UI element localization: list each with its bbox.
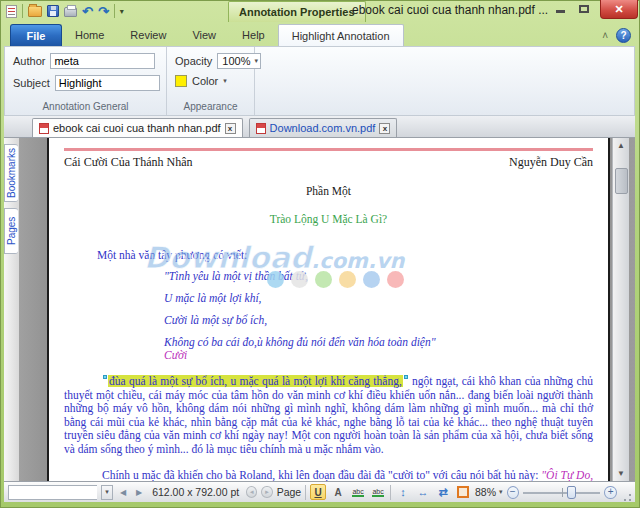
sidebar-tab-bookmarks[interactable]: Bookmarks xyxy=(4,144,18,202)
pdf-file-icon xyxy=(256,123,266,134)
previous-view-icon[interactable]: ◄ xyxy=(246,486,257,498)
page-number-combobox[interactable] xyxy=(8,485,97,500)
zoom-out-icon[interactable]: − xyxy=(507,486,519,499)
save-icon[interactable] xyxy=(47,5,59,17)
highlight-handle-end[interactable] xyxy=(404,375,408,379)
scrollbar-thumb[interactable] xyxy=(615,168,628,194)
group-annotation-general: Author Subject Annotation General xyxy=(5,47,167,115)
author-field[interactable] xyxy=(50,53,155,69)
ribbon-content: Author Subject Annotation General Opacit… xyxy=(4,46,635,116)
customize-toolbar-dropdown-icon[interactable]: ▾ xyxy=(120,7,124,16)
fit-visible-icon[interactable]: abc xyxy=(352,488,363,497)
document-viewport: Bookmarks Pages Cái Cười Của Thánh Nhân … xyxy=(4,138,635,481)
subject-field[interactable] xyxy=(55,75,160,91)
chevron-down-icon: ▾ xyxy=(254,57,258,65)
slider-thumb[interactable] xyxy=(567,486,576,499)
group-appearance: Opacity 100% ▾ Color ▾ Appearance xyxy=(167,47,255,115)
select-text-tool-icon[interactable]: A xyxy=(330,484,346,500)
page-label: Page xyxy=(277,486,302,498)
separator xyxy=(390,485,391,500)
window-title: ebook cai cuoi cua thanh nhan.pdf ... xyxy=(352,3,548,17)
quote-line: U mặc là một lợi khí, xyxy=(164,292,593,305)
app-window: ↶ ↷ ▾ Annotation Properties ebook cai cu… xyxy=(0,0,640,508)
opacity-label: Opacity xyxy=(175,55,212,67)
print-icon[interactable] xyxy=(64,7,77,17)
close-tab-icon[interactable]: x xyxy=(379,123,390,134)
tab-highlight-annotation[interactable]: Highlight Annotation xyxy=(278,24,404,46)
highlight-handle-start[interactable] xyxy=(103,375,107,379)
maximize-button[interactable] xyxy=(572,0,596,17)
tab-help[interactable]: Help xyxy=(229,24,278,46)
document-tab-download[interactable]: Download.com.vn.pdf x xyxy=(249,118,398,137)
highlight-tool-button[interactable]: U xyxy=(310,484,326,500)
paragraph-1: đùa quá là một sự bổ ích, u mặc quá là m… xyxy=(64,375,593,456)
group-label-appearance: Appearance xyxy=(167,101,254,115)
pdf-page: Cái Cười Của Thánh Nhân Nguyễn Duy Cần P… xyxy=(47,138,610,481)
ribbon-tab-row: File Home Review View Help Highlight Ann… xyxy=(4,22,635,46)
zoom-in-icon[interactable]: + xyxy=(604,486,616,499)
title-bar: ↶ ↷ ▾ Annotation Properties ebook cai cu… xyxy=(0,0,640,22)
separator xyxy=(22,4,23,18)
next-page-icon[interactable]: ▶ xyxy=(133,486,145,499)
quote-attribution: Cười xyxy=(164,349,593,362)
help-icon[interactable]: ? xyxy=(616,28,631,43)
chevron-down-icon: ▾ xyxy=(499,488,503,496)
intro-line: Một nhà văn tây phương có viết: xyxy=(64,249,593,261)
redo-icon[interactable]: ↷ xyxy=(98,5,109,18)
scroll-up-icon[interactable]: ▲ xyxy=(614,138,629,153)
chapter-title: Trào Lộng U Mặc Là Gì? xyxy=(64,213,593,225)
sidebar-tab-pages[interactable]: Pages xyxy=(4,208,18,254)
collapse-ribbon-icon[interactable]: ˄ xyxy=(602,30,608,41)
tab-view[interactable]: View xyxy=(179,24,229,46)
slider-tick xyxy=(562,488,563,497)
zoom-level-dropdown[interactable]: 88% ▾ xyxy=(475,486,503,498)
navigation-sidebar: Bookmarks Pages xyxy=(4,138,19,481)
subject-label: Subject xyxy=(13,77,50,89)
resize-grip[interactable] xyxy=(623,493,631,502)
next-view-icon[interactable]: ► xyxy=(261,486,272,498)
tab-file[interactable]: File xyxy=(10,24,62,46)
reflow-icon[interactable]: ⇄ xyxy=(435,484,451,500)
quote-line: "Tình yêu là một vị thần bất tử, xyxy=(164,270,593,283)
minimize-button[interactable] xyxy=(548,0,572,17)
opacity-dropdown[interactable]: 100% ▾ xyxy=(217,53,261,69)
window-controls: ✕ xyxy=(548,0,638,19)
close-tab-icon[interactable]: x xyxy=(225,123,236,134)
color-swatch xyxy=(175,75,187,87)
section-title: Phần Một xyxy=(64,185,593,197)
fit-page-icon[interactable] xyxy=(457,486,469,498)
chevron-down-icon[interactable]: ▾ xyxy=(223,77,227,85)
pdf-file-icon xyxy=(39,123,49,134)
status-bar: ▾ ◀ ▶ 612.00 x 792.00 pt ◄ ► Page U A ab… xyxy=(4,481,635,502)
open-file-icon[interactable] xyxy=(28,6,42,17)
tab-home[interactable]: Home xyxy=(62,24,117,46)
paragraph-2: Chính u mặc đã khiến cho bà Roland, khi … xyxy=(64,469,593,481)
group-label-annotation-general: Annotation General xyxy=(5,101,166,115)
zoom-value: 88% xyxy=(475,486,496,498)
separator xyxy=(114,4,115,18)
previous-page-icon[interactable]: ◀ xyxy=(117,486,129,499)
tab-review[interactable]: Review xyxy=(117,24,179,46)
zoom-slider[interactable] xyxy=(523,486,601,499)
opacity-value: 100% xyxy=(222,55,250,67)
fit-width-icon[interactable]: ↔ xyxy=(415,484,431,500)
page-header: Cái Cười Của Thánh Nhân Nguyễn Duy Cần xyxy=(64,155,593,170)
separator xyxy=(305,485,306,500)
header-rule xyxy=(64,148,593,151)
highlighted-text[interactable]: đùa quá là một sự bổ ích, u mặc quá là m… xyxy=(108,375,403,387)
document-tab-label: ebook cai cuoi cua thanh nhan.pdf xyxy=(53,122,221,134)
author-name: Nguyễn Duy Cần xyxy=(509,155,593,170)
document-tab-ebook[interactable]: ebook cai cuoi cua thanh nhan.pdf x xyxy=(32,118,243,137)
undo-icon[interactable]: ↶ xyxy=(82,5,93,18)
fit-text-width-icon[interactable]: abc xyxy=(372,488,383,497)
app-icon xyxy=(6,5,17,18)
book-title: Cái Cười Của Thánh Nhân xyxy=(64,155,193,170)
scroll-down-icon[interactable]: ▼ xyxy=(614,466,629,481)
contextual-tab-group-label: Annotation Properties xyxy=(228,1,366,22)
chevron-down-icon[interactable]: ▾ xyxy=(101,485,113,500)
page-size-readout: 612.00 x 792.00 pt xyxy=(149,486,242,498)
fit-height-icon[interactable]: ↕ xyxy=(395,484,411,500)
vertical-scrollbar[interactable]: ▲ ▼ xyxy=(612,138,629,481)
color-label[interactable]: Color xyxy=(192,75,218,87)
close-button[interactable]: ✕ xyxy=(600,0,638,19)
